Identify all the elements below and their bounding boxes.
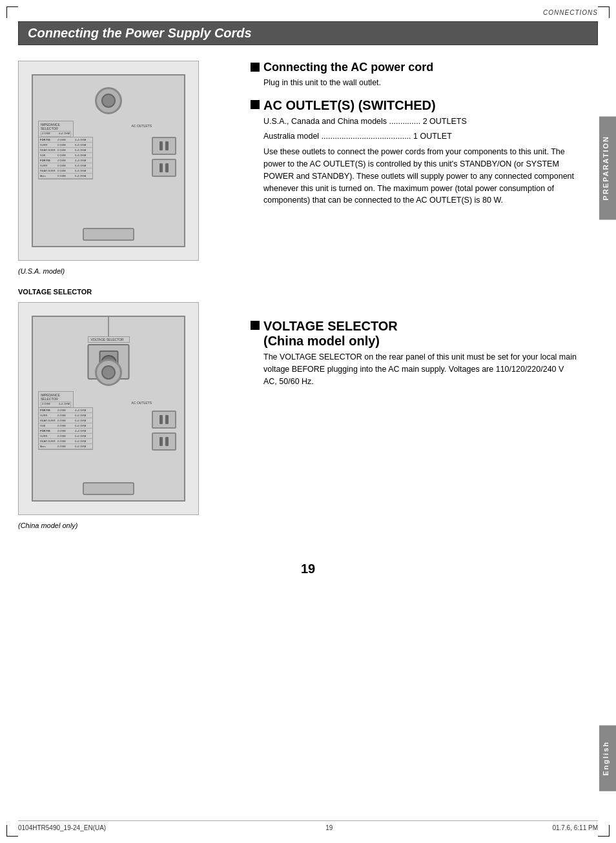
left-column: IMPEDANCE SELECTOR 4 OHM4+4 OHM FOR F/S4… [18, 54, 238, 542]
page-number-container: 19 [0, 562, 616, 576]
ac-outlets-heading: AC OUTLET(S) (SWITCHED) [251, 98, 579, 113]
vs-label: VOLTAGE SELECTOR [88, 336, 130, 343]
page-footer: 0104HTR5490_19-24_EN(UA) 19 01.7.6, 6:11… [18, 820, 598, 831]
outlet-count-dots-2: ........................................ [319, 132, 413, 141]
outlet-2 [152, 159, 176, 177]
section-ac-outlets: AC OUTLET(S) (SWITCHED) U.S.A., Canada a… [251, 98, 579, 207]
device-diagram-1: IMPEDANCE SELECTOR 4 OHM4+4 OHM FOR F/S4… [18, 61, 199, 261]
power-socket [95, 87, 122, 114]
impedance-selector-label-2: IMPEDANCE SELECTOR 4 OHM4+4 OHM [38, 391, 74, 409]
outlet-slot-1a [159, 141, 163, 150]
ac-power-body: Plug in this unit to the wall outlet. [263, 77, 579, 89]
page-header: CONNECTIONS [0, 0, 616, 19]
power-socket-2 [95, 359, 122, 386]
page-number: 19 [0, 562, 616, 576]
connections-label: CONNECTIONS [543, 9, 598, 16]
device-foot-2 [83, 482, 134, 495]
footer-date: 01.7.6, 6:11 PM [552, 824, 598, 831]
page-title: Connecting the Power Supply Cords [28, 26, 588, 41]
voltage-title-line2: (China model only) [263, 334, 398, 349]
outlet-slot-4b [165, 437, 169, 446]
sq-bullet-3 [251, 321, 260, 330]
device-inner-2: VOLTAGE SELECTOR IMPEDANCE SELECTOR 4 OH… [32, 316, 185, 502]
footer-doc-id: 0104HTR5490_19-24_EN(UA) [18, 824, 106, 831]
socket-area-2 [95, 359, 122, 386]
outlet-count-dots-1: .............. [387, 117, 423, 126]
outlet-slot-1b [165, 141, 169, 150]
outlet-count-value-2: 1 OUTLET [413, 132, 452, 141]
outlet-slot-3a [159, 415, 163, 424]
device-diagram-2: VOLTAGE SELECTOR IMPEDANCE SELECTOR 4 OH… [18, 302, 199, 515]
title-banner: Connecting the Power Supply Cords [18, 21, 598, 45]
voltage-title-line1: VOLTAGE SELECTOR [263, 319, 398, 334]
ac-outlets-label-1: AC OUTLETS [132, 124, 152, 128]
outlet-4 [152, 432, 176, 451]
outlet-count-label-1: U.S.A., Canada and China models [263, 117, 387, 126]
right-column: Connecting the AC power cord Plug in thi… [251, 54, 598, 542]
outlet-slot-2a [159, 163, 163, 172]
vs-line [108, 317, 109, 336]
device-foot-1 [83, 228, 134, 241]
footer-page-num: 19 [325, 824, 333, 831]
voltage-heading: VOLTAGE SELECTOR (China model only) [251, 319, 579, 349]
ac-power-heading: Connecting the AC power cord [251, 61, 579, 74]
ac-outlets-description: Use these outlets to connect the power c… [263, 146, 579, 207]
voltage-body: The VOLTAGE SELECTOR on the rear panel o… [263, 351, 579, 387]
impedance-selector-label: IMPEDANCE SELECTOR 4 OHM4+4 OHM [38, 121, 74, 139]
outlet-count-label-2: Australia model [263, 132, 319, 141]
preparation-tab: PREPARATION [599, 116, 616, 219]
outlet-count-value-1: 2 OUTLETS [423, 117, 467, 126]
outlet-1 [152, 137, 176, 155]
outlet-count-row-1: U.S.A., Canada and China models ........… [263, 116, 579, 128]
sq-bullet-1 [251, 63, 260, 72]
speaker-impedance-table: FOR F/S4 OHM4+4 OHM SURR6 OHM6+6 OHM REA… [38, 137, 93, 179]
main-content: IMPEDANCE SELECTOR 4 OHM4+4 OHM FOR F/S4… [0, 54, 616, 542]
corner-tr [598, 6, 610, 18]
outlets-area-2 [152, 411, 176, 451]
english-tab: English [599, 726, 616, 791]
ac-outlets-title: AC OUTLET(S) (SWITCHED) [263, 98, 436, 113]
voltage-selector-header: VOLTAGE SELECTOR [18, 288, 238, 296]
corner-tl [6, 6, 18, 18]
outlet-slot-4a [159, 437, 163, 446]
corner-bl [6, 825, 18, 837]
section-spacer [251, 216, 579, 319]
voltage-title-block: VOLTAGE SELECTOR (China model only) [263, 319, 398, 349]
sq-bullet-2 [251, 100, 260, 109]
outlet-count-row-2: Australia model ........................… [263, 130, 579, 143]
corner-br [598, 825, 610, 837]
device-inner-1: IMPEDANCE SELECTOR 4 OHM4+4 OHM FOR F/S4… [32, 74, 185, 247]
socket-area [89, 87, 128, 119]
ac-power-title: Connecting the AC power cord [263, 61, 433, 74]
section-ac-power: Connecting the AC power cord Plug in thi… [251, 61, 579, 89]
ac-outlets-label-2: AC OUTLETS [132, 401, 152, 405]
ac-outlets-body: U.S.A., Canada and China models ........… [263, 116, 579, 207]
model-label-2: (China model only) [18, 522, 238, 529]
outlet-3 [152, 411, 176, 429]
model-label-1: (U.S.A. model) [18, 267, 238, 275]
section-voltage: VOLTAGE SELECTOR (China model only) The … [251, 319, 579, 387]
outlet-slot-2b [165, 163, 169, 172]
outlets-area-1 [152, 137, 176, 177]
speaker-impedance-table-2: FOR F/S4 OHM4+4 OHM SURR6 OHM6+6 OHM REA… [38, 407, 93, 450]
outlet-slot-3b [165, 415, 169, 424]
